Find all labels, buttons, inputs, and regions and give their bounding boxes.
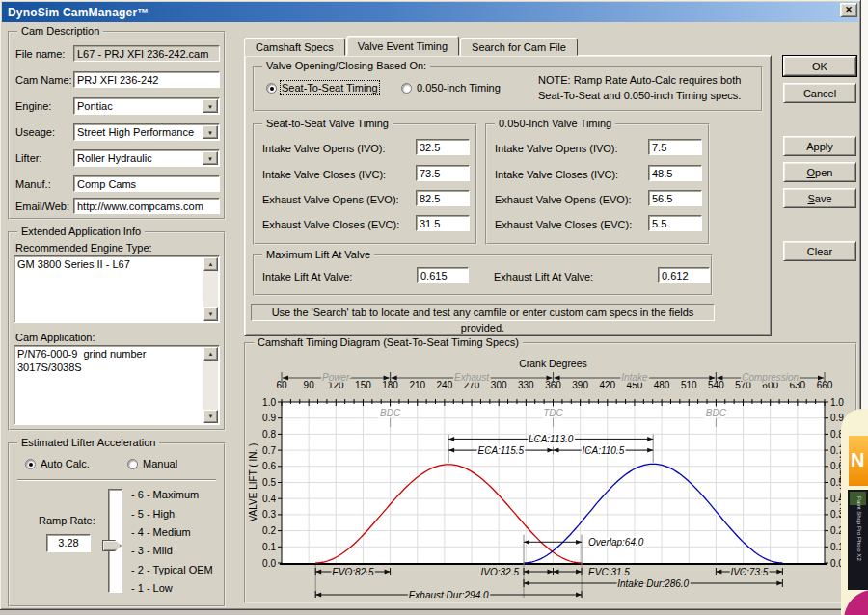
svg-text:0.1: 0.1: [262, 542, 276, 552]
svg-text:0.0: 0.0: [262, 558, 276, 569]
svg-text:0.8: 0.8: [262, 429, 276, 440]
svg-text:330: 330: [518, 380, 534, 390]
manuf-input[interactable]: [73, 175, 220, 192]
seat-evc-input[interactable]: [416, 215, 470, 231]
svg-text:390: 390: [572, 380, 588, 390]
max-lift-legend: Maximum Lift At Valve: [262, 249, 374, 260]
tab-valve-event-timing[interactable]: Valve Event Timing: [346, 36, 459, 56]
close-icon: ✕: [845, 5, 853, 14]
title-bar[interactable]: DynoSim CamManager™: [2, 2, 858, 22]
svg-text:0.3: 0.3: [262, 509, 276, 520]
inch-ivo-label: Intake Valve Opens (IVO):: [495, 143, 618, 154]
note-line2: Seat-To-Seat and 0.050-inch Timing specs…: [538, 90, 741, 101]
svg-text:0.4: 0.4: [262, 494, 276, 504]
scrollbar[interactable]: ▲ ▼: [203, 257, 218, 321]
svg-text:IVO:32.5: IVO:32.5: [481, 567, 520, 577]
inch-evc-input[interactable]: [648, 215, 702, 231]
svg-text:IVC:73.5: IVC:73.5: [730, 567, 768, 577]
seat-to-seat-radio[interactable]: Seat-To-Seat Timing: [266, 82, 378, 94]
scrollbar[interactable]: ▲ ▼: [203, 347, 218, 423]
lifter-label: Lifter:: [15, 152, 42, 164]
clear-button[interactable]: Clear: [783, 241, 856, 261]
save-button[interactable]: Save: [783, 188, 856, 208]
cam-name-input[interactable]: [73, 71, 220, 88]
svg-text:Intake Dur:286.0: Intake Dur:286.0: [617, 578, 689, 589]
tab-search-for-cam-file[interactable]: Search for Cam File: [460, 38, 578, 56]
slider-scale-4: - 4 - Medium: [131, 526, 191, 538]
background-ad-letter: N: [851, 449, 864, 471]
useage-select[interactable]: Street High Performance ▼: [73, 123, 220, 141]
valve-event-timing-panel: Valve Opening/Closing Based On: Seat-To-…: [244, 55, 772, 336]
manuf-label: Manuf.:: [15, 178, 51, 190]
seat-timing-group: Seat-to-Seat Valve Timing Intake Valve O…: [253, 123, 477, 245]
seat-ivo-label: Intake Valve Opens (IVO):: [262, 143, 386, 154]
slider-scale-1: - 1 - Low: [131, 582, 173, 594]
chevron-down-icon[interactable]: ▼: [203, 99, 218, 113]
file-name-label: File name:: [15, 48, 65, 60]
svg-text:510: 510: [681, 380, 697, 390]
svg-text:EVC:31.5: EVC:31.5: [588, 567, 630, 577]
svg-text:Compression: Compression: [742, 372, 799, 383]
divider: [17, 479, 216, 481]
lifter-select[interactable]: Roller Hydraulic ▼: [73, 149, 220, 167]
email-web-input[interactable]: [73, 198, 220, 214]
cam-description-group: Cam Description File name: L67 - PRJ XFI…: [8, 31, 226, 220]
inch-ivc-input[interactable]: [648, 165, 702, 181]
apply-button[interactable]: Apply: [783, 136, 856, 156]
svg-text:0.9: 0.9: [262, 413, 276, 423]
inch-evo-input[interactable]: [648, 190, 702, 206]
slider-scale-2: - 2 - Typical OEM: [131, 564, 213, 575]
extended-info-legend: Extended Application Info: [17, 226, 145, 237]
email-web-label: Email/Web:: [15, 201, 69, 212]
seat-evo-input[interactable]: [416, 190, 470, 206]
svg-text:ICA:110.5: ICA:110.5: [582, 445, 624, 456]
cancel-button[interactable]: Cancel: [783, 83, 856, 103]
chevron-down-icon[interactable]: ▼: [203, 151, 218, 165]
svg-text:Intake: Intake: [621, 372, 648, 383]
inch-timing-group: 0.050-Inch Valve Timing Intake Valve Ope…: [485, 123, 710, 245]
tab-camshaft-specs[interactable]: Camshaft Specs: [244, 38, 345, 56]
ok-button[interactable]: OK: [783, 56, 856, 76]
slider-scale-5: - 5 - High: [131, 508, 175, 520]
scroll-up-icon[interactable]: ▲: [203, 257, 218, 271]
cam-description-legend: Cam Description: [17, 25, 103, 37]
auto-calc-radio[interactable]: Auto Calc.: [25, 458, 90, 469]
svg-text:Power: Power: [322, 372, 350, 383]
scroll-down-icon[interactable]: ▼: [203, 410, 218, 423]
inch-ivc-label: Intake Valve Closes (IVC):: [495, 169, 618, 180]
valve-basis-group: Valve Opening/Closing Based On: Seat-To-…: [253, 66, 763, 112]
intake-lift-input[interactable]: [417, 267, 469, 283]
inch-timing-legend: 0.050-Inch Valve Timing: [495, 118, 615, 129]
chevron-down-icon[interactable]: ▼: [203, 125, 218, 139]
engine-select[interactable]: Pontiac ▼: [73, 97, 220, 115]
seat-ivc-input[interactable]: [416, 165, 470, 181]
exhaust-lift-input[interactable]: [658, 267, 710, 283]
slider-scale-3: - 3 - Mild: [131, 545, 173, 556]
radio-icon: [25, 459, 36, 469]
svg-text:Overlap:64.0: Overlap:64.0: [588, 537, 644, 548]
inch-ivo-input[interactable]: [648, 139, 702, 155]
valve-basis-legend: Valve Opening/Closing Based On:: [262, 60, 430, 71]
svg-text:Exhaust Dur:294.0: Exhaust Dur:294.0: [409, 590, 489, 599]
max-lift-group: Maximum Lift At Valve Intake Lift At Val…: [253, 254, 713, 296]
cam-application-textarea[interactable]: P/N76-000-9 grind number 3017S/3038S ▲ ▼: [14, 345, 220, 425]
scroll-up-icon[interactable]: ▲: [203, 347, 218, 361]
engine-type-textarea[interactable]: GM 3800 Series II - L67 ▲ ▼: [14, 255, 220, 323]
background-box-text: Paint Shop Pro Photo X2: [856, 496, 862, 589]
scroll-down-icon[interactable]: ▼: [203, 308, 218, 321]
close-button[interactable]: ✕: [840, 3, 857, 17]
useage-label: Useage:: [15, 126, 55, 138]
seat-timing-legend: Seat-to-Seat Valve Timing: [262, 118, 393, 129]
background-product-box: Paint Shop Pro Photo X2: [848, 490, 868, 590]
seat-evc-label: Exhaust Valve Closes (EVC):: [262, 219, 399, 230]
cam-application-label: Cam Application:: [15, 332, 95, 343]
note-line1: NOTE: Ramp Rate Auto-Calc requires both: [538, 74, 741, 86]
manual-radio[interactable]: Manual: [127, 458, 177, 469]
inch-timing-radio[interactable]: 0.050-inch Timing: [401, 82, 501, 94]
background-window-art: N Paint Shop Pro Photo X2: [841, 409, 868, 615]
open-button[interactable]: Open: [783, 162, 856, 182]
seat-ivo-input[interactable]: [416, 139, 470, 155]
svg-text:480: 480: [654, 380, 670, 390]
cammanager-dialog: DynoSim CamManager™ ✕ Cam Description Fi…: [0, 0, 861, 610]
svg-text:240: 240: [437, 380, 453, 390]
